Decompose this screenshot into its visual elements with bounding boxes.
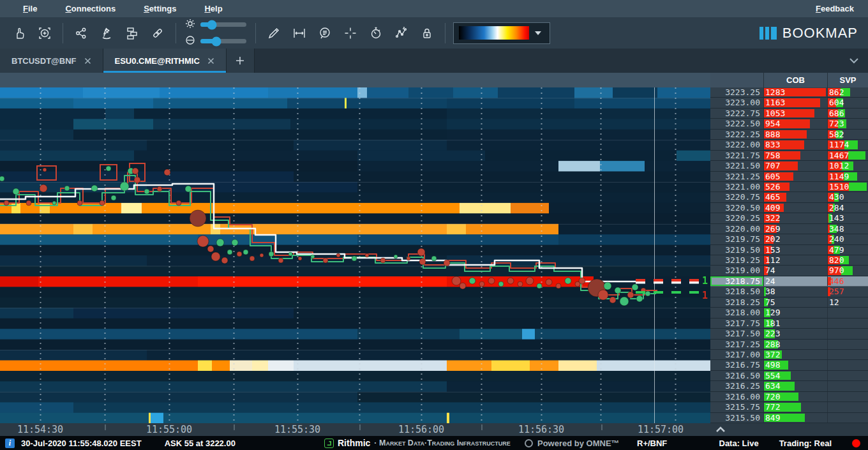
collapse-panel-chevron-up-icon[interactable] <box>715 424 726 436</box>
crosshair-button[interactable] <box>338 21 363 45</box>
ladder-price: 3216.75 <box>710 360 763 370</box>
ladder-row[interactable]: 3216.00720 <box>710 392 868 402</box>
menu-feedback[interactable]: Feedback <box>816 4 868 13</box>
ladder-row[interactable]: 3221.005261510 <box>710 182 868 192</box>
cob-cell: 526 <box>763 182 827 191</box>
ladder-price: 3217.25 <box>710 340 763 349</box>
lock-button[interactable] <box>414 21 440 45</box>
link-windows-button[interactable] <box>145 21 170 45</box>
cob-cell: 498 <box>763 360 827 370</box>
cob-cell: 1053 <box>763 109 827 118</box>
colormap-dropdown[interactable] <box>453 22 550 44</box>
svp-value: 446 <box>829 276 844 286</box>
ladder-price: 3222.25 <box>710 130 763 139</box>
svp-cell: 862 <box>827 87 868 97</box>
ladder-row[interactable]: 3218.5038257 <box>710 287 868 297</box>
ladder-row[interactable]: 3219.0074970 <box>710 266 868 276</box>
tab-label: ESU0.CME@RITHMIC <box>115 56 200 66</box>
strategies-button[interactable] <box>94 21 119 45</box>
ladder-row[interactable]: 3219.25112820 <box>710 255 868 266</box>
zoom-area-button[interactable] <box>32 21 57 45</box>
ladder-row[interactable]: 3220.75465430 <box>710 192 868 202</box>
lock-icon <box>419 26 435 41</box>
svp-cell: 1467 <box>827 151 868 160</box>
contrast-slider-thumb[interactable] <box>212 36 221 46</box>
time-axis-tick <box>481 424 483 430</box>
share-button[interactable] <box>68 21 94 45</box>
time-axis-label: 11:54:30 <box>17 424 63 435</box>
ladder-row[interactable]: 3217.75181 <box>710 319 868 329</box>
svp-value: 12 <box>829 297 839 307</box>
close-tab-icon[interactable] <box>84 57 91 64</box>
hand-tool-button[interactable] <box>6 21 32 45</box>
ladder-row[interactable]: 3218.00129 <box>710 308 868 318</box>
ladder-price: 3223.00 <box>710 98 763 107</box>
cob-column-header: COB <box>763 73 827 87</box>
add-tab-button[interactable] <box>227 49 255 73</box>
cob-cell: 372 <box>763 350 827 359</box>
ladder-row[interactable]: 3220.00269348 <box>710 224 868 234</box>
ladder-header: COB SVP <box>710 73 868 87</box>
heatmap-chart[interactable] <box>0 73 710 423</box>
ladder-price: 3219.75 <box>710 234 763 244</box>
ladder-row[interactable]: 3219.75202240 <box>710 234 868 244</box>
ladder-row[interactable]: 3222.25888582 <box>710 130 868 140</box>
draw-pencil-button[interactable] <box>261 21 287 45</box>
note-icon <box>317 26 333 41</box>
ladder-row[interactable]: 3221.757581467 <box>710 151 868 161</box>
menu-file[interactable]: File <box>23 4 37 13</box>
brightness-slider[interactable] <box>200 22 246 27</box>
ladder-row[interactable]: 3216.50554 <box>710 371 868 381</box>
svp-value: 257 <box>829 287 844 296</box>
time-axis-label: 11:55:30 <box>274 424 320 435</box>
ladder-row[interactable]: 3216.75498 <box>710 360 868 370</box>
tab-esu0.cme@rithmic[interactable]: ESU0.CME@RITHMIC <box>103 49 227 73</box>
ladder-row[interactable]: 3215.75772 <box>710 402 868 412</box>
ladder-row[interactable]: 3218.257512 <box>710 297 868 308</box>
tab-btcusdt@bnf[interactable]: BTCUSDT@BNF <box>0 49 103 73</box>
tab-overflow-chevron[interactable] <box>840 49 868 73</box>
volume-tracker-button[interactable] <box>389 21 414 45</box>
ladder-row[interactable]: 3222.751053686 <box>710 109 868 119</box>
ladder-row[interactable]: 3222.008331174 <box>710 140 868 150</box>
toolbar: BOOKMAP <box>0 17 868 49</box>
menu-items: FileConnectionsSettingsHelp <box>0 4 223 13</box>
time-axis-label: 11:56:00 <box>398 424 444 435</box>
info-icon[interactable]: i <box>5 439 15 448</box>
cob-value: 634 <box>765 381 780 391</box>
ladder-row-current[interactable]: 3218.7524446 <box>710 276 868 287</box>
cob-value: 24 <box>765 276 775 286</box>
brightness-slider-thumb[interactable] <box>207 20 217 29</box>
status-route: R+/BNF <box>637 439 667 448</box>
menu-settings[interactable]: Settings <box>144 4 176 13</box>
ladder-row[interactable]: 3220.25322143 <box>710 213 868 223</box>
menu-help[interactable]: Help <box>204 4 222 13</box>
measure-button[interactable] <box>287 21 312 45</box>
recording-indicator-dot <box>852 439 860 447</box>
ladder-row[interactable]: 3222.50954723 <box>710 119 868 129</box>
timer-button[interactable] <box>363 21 389 45</box>
cob-value: 75 <box>765 297 775 307</box>
cob-value: 954 <box>765 119 780 128</box>
ladder-row[interactable]: 3223.251283862 <box>710 87 868 98</box>
ladder-row[interactable]: 3219.50153479 <box>710 245 868 255</box>
ladder-price: 3216.00 <box>710 392 763 401</box>
ladder-row[interactable]: 3221.256051149 <box>710 172 868 182</box>
ladder-row[interactable]: 3221.507071012 <box>710 161 868 171</box>
ladder-row[interactable]: 3217.50223 <box>710 329 868 339</box>
ladder-price-column-header <box>710 73 763 87</box>
svp-value: 240 <box>829 234 844 244</box>
omne-branding: Powered by OMNE™ <box>525 439 620 448</box>
close-tab-icon[interactable] <box>207 57 214 64</box>
layers-button[interactable] <box>119 21 145 45</box>
ladder-row[interactable]: 3216.25634 <box>710 381 868 391</box>
ladder-row[interactable]: 3215.50849 <box>710 413 868 423</box>
ladder-row[interactable]: 3220.50409284 <box>710 203 868 213</box>
svp-cell <box>827 308 868 317</box>
contrast-slider[interactable] <box>200 39 246 43</box>
ladder-row[interactable]: 3223.001163604 <box>710 98 868 108</box>
menu-connections[interactable]: Connections <box>65 4 116 13</box>
ladder-row[interactable]: 3217.25288 <box>710 340 868 350</box>
ladder-row[interactable]: 3217.00372 <box>710 350 868 360</box>
note-button[interactable] <box>312 21 338 45</box>
